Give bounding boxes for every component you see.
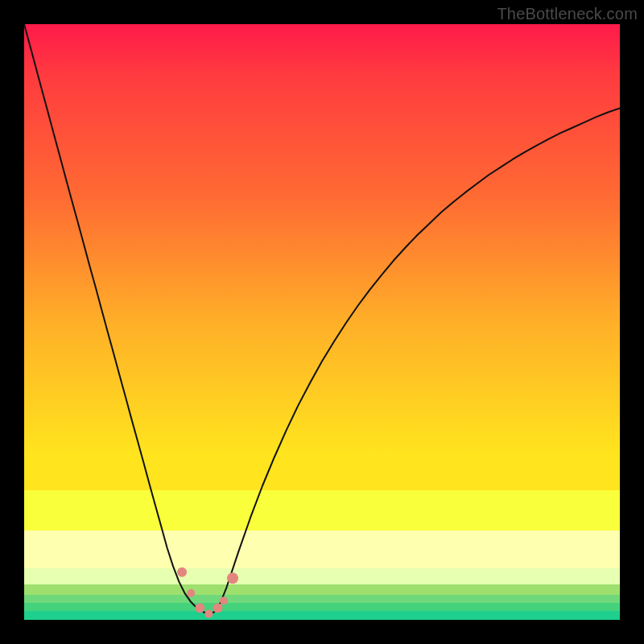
chart-container: TheBottleneck.com (0, 0, 644, 644)
background-band (24, 490, 620, 530)
background-bands (24, 24, 620, 620)
background-band (24, 595, 620, 603)
background-band (24, 603, 620, 611)
background-band (24, 530, 620, 568)
background-band (24, 453, 620, 490)
background-band (24, 611, 620, 620)
background-band (24, 584, 620, 595)
plot-area (24, 24, 620, 620)
background-band (24, 24, 620, 453)
watermark-label: TheBottleneck.com (497, 5, 638, 23)
background-band (24, 568, 620, 584)
